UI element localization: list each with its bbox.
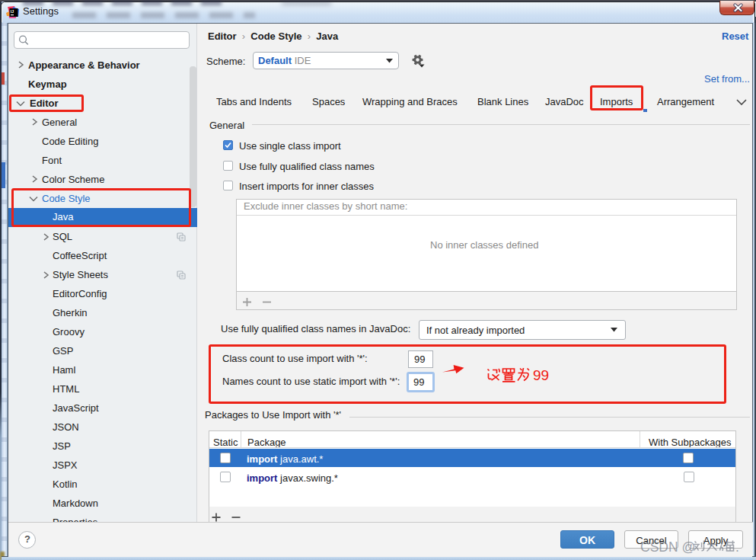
svg-text:IJ: IJ: [11, 9, 14, 14]
